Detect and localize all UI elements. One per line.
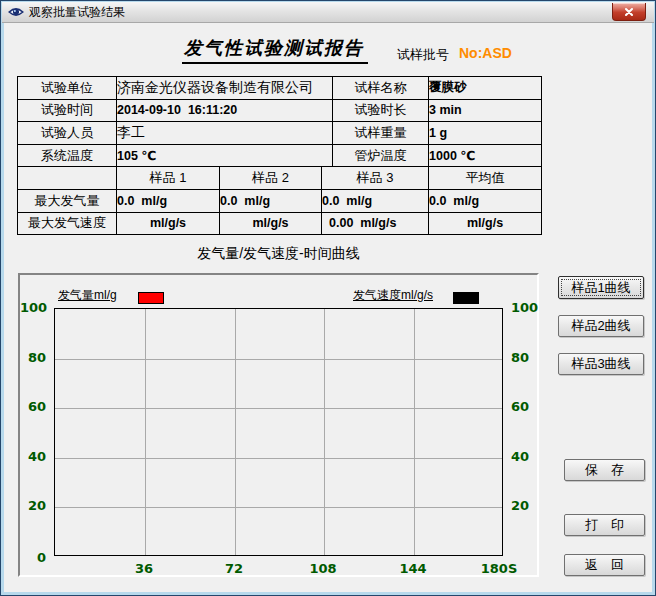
legend-gas-rate-swatch [453,292,479,304]
y-axis-right-tick: 40 [511,449,545,464]
max-gas-rate-sample2: ml/g/s [220,212,322,235]
report-table: 试验单位 济南金光仪器设备制造有限公司 试样名称 覆膜砂 试验时间 2014-0… [17,76,542,235]
value-test-operator: 李工 [117,122,333,145]
batch-number-label: 试样批号 [397,46,449,64]
x-axis-tick: 72 [210,561,258,576]
x-axis-tick: 36 [120,561,168,576]
back-button-label: 返 回 [585,556,624,574]
sample1-curve-button-label: 样品1曲线 [571,279,630,297]
sample2-curve-button-label: 样品2曲线 [571,317,630,335]
close-icon [624,7,634,17]
sample2-curve-button[interactable]: 样品2曲线 [558,315,644,337]
batch-number-value: No:ASD [459,45,512,61]
y-axis-left-tick: 100 [20,300,46,315]
label-max-gas-volume: 最大发气量 [18,189,117,212]
chart-title: 发气量/发气速度-时间曲线 [18,245,539,263]
label-sample-weight: 试样重量 [333,122,429,145]
max-gas-rate-sample3: 0.00 ml/g/s [322,212,429,235]
save-button-label: 保 存 [585,461,624,479]
value-sample-name: 覆膜砂 [429,77,542,100]
gridline [55,408,502,409]
value-system-temp: 105 ℃ [117,144,333,167]
y-axis-right-tick: 20 [511,498,545,513]
eye-icon [8,4,24,20]
column-header-sample2: 样品 2 [220,167,322,190]
y-axis-left-tick: 60 [20,399,46,414]
legend-gas-volume-label: 发气量ml/g [58,287,117,304]
close-button[interactable] [612,3,646,21]
max-gas-volume-sample1: 0.0 ml/g [117,189,220,212]
window-title: 观察批量试验结果 [29,4,125,21]
gridline [145,309,146,555]
table-row: 试验人员 李工 试样重量 1 g [18,122,542,145]
label-test-operator: 试验人员 [18,122,117,145]
report-title: 发气性试验测试报告 [182,36,368,64]
title-bar[interactable]: 观察批量试验结果 [2,2,654,23]
gridline [235,309,236,555]
label-system-temp: 系统温度 [18,144,117,167]
gridline [55,507,502,508]
x-axis-tick: 108 [299,561,347,576]
y-axis-right-tick: 100 [511,300,545,315]
label-max-gas-rate: 最大发气速度 [18,212,117,235]
legend-gas-volume-swatch [138,292,164,304]
y-axis-right-tick: 80 [511,350,545,365]
value-test-time: 2014-09-10 16:11:20 [117,99,333,122]
table-row: 最大发气速度 ml/g/s ml/g/s 0.00 ml/g/s ml/g/s [18,212,542,235]
column-header-average: 平均值 [429,167,542,190]
table-row: 系统温度 105 ℃ 管炉温度 1000 ℃ [18,144,542,167]
label-furnace-temp: 管炉温度 [333,144,429,167]
plot-area [54,308,503,556]
gridline [55,458,502,459]
label-sample-name: 试样名称 [333,77,429,100]
gridline [55,359,502,360]
column-header-sample3: 样品 3 [322,167,429,190]
back-button[interactable]: 返 回 [564,554,645,576]
axis-origin-label: 0 [20,550,46,565]
max-gas-volume-average: 0.0 ml/g [429,189,542,212]
chart-panel: 发气量ml/g 发气速度ml/g/s 100 80 60 40 20 0 100… [18,273,539,577]
save-button[interactable]: 保 存 [564,459,645,481]
column-header-sample1: 样品 1 [117,167,220,190]
dialog-window: 观察批量试验结果 发气性试验测试报告 试样批号 No:ASD 试验单位 济南金光… [0,0,656,596]
y-axis-left-tick: 40 [20,449,46,464]
sample3-curve-button-label: 样品3曲线 [571,355,630,373]
y-axis-left-tick: 20 [20,498,46,513]
table-row: 样品 1 样品 2 样品 3 平均值 [18,167,542,190]
sample3-curve-button[interactable]: 样品3曲线 [558,353,644,375]
max-gas-volume-sample3: 0.0 ml/g [322,189,429,212]
max-gas-rate-average: ml/g/s [429,212,542,235]
label-test-time: 试验时间 [18,99,117,122]
y-axis-left-tick: 80 [20,350,46,365]
print-button[interactable]: 打 印 [564,514,645,536]
table-row: 最大发气量 0.0 ml/g 0.0 ml/g 0.0 ml/g 0.0 ml/… [18,189,542,212]
table-row: 试验单位 济南金光仪器设备制造有限公司 试样名称 覆膜砂 [18,77,542,100]
gridline [414,309,415,555]
value-test-duration: 3 min [429,99,542,122]
x-axis-tick: 144 [389,561,437,576]
max-gas-rate-sample1: ml/g/s [117,212,220,235]
y-axis-right-tick: 60 [511,399,545,414]
x-axis-tick: 180S [475,561,523,576]
label-test-duration: 试验时长 [333,99,429,122]
empty-corner-cell [18,167,117,190]
legend-gas-rate-label: 发气速度ml/g/s [353,287,433,304]
value-test-unit: 济南金光仪器设备制造有限公司 [117,77,333,100]
max-gas-volume-sample2: 0.0 ml/g [220,189,322,212]
gridline [324,309,325,555]
table-row: 试验时间 2014-09-10 16:11:20 试验时长 3 min [18,99,542,122]
print-button-label: 打 印 [585,516,624,534]
sample1-curve-button[interactable]: 样品1曲线 [558,276,644,299]
value-furnace-temp: 1000 ℃ [429,144,542,167]
value-sample-weight: 1 g [429,122,542,145]
label-test-unit: 试验单位 [18,77,117,100]
